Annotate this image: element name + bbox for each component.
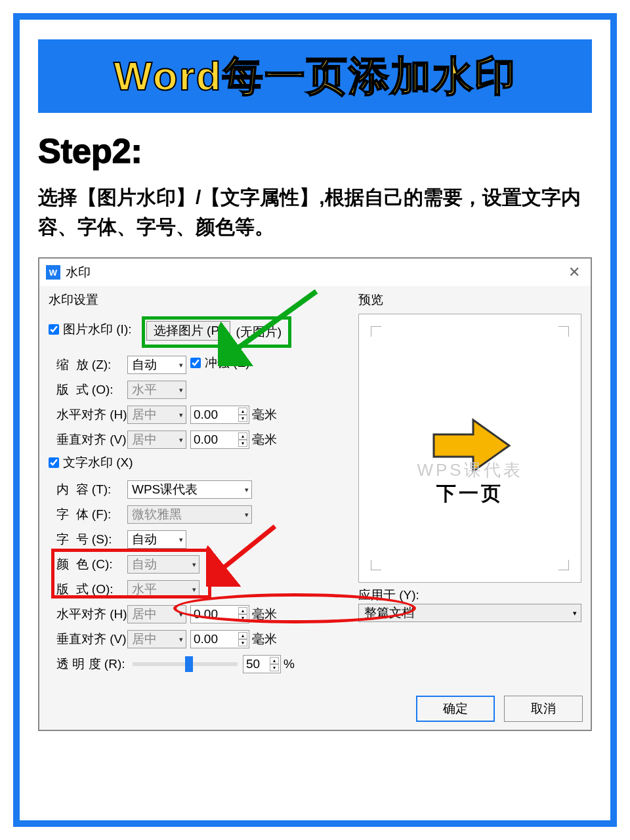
layout2-select[interactable]: 水平	[127, 580, 200, 598]
layout-select[interactable]: 水平	[127, 381, 186, 399]
preview-label: 预览	[358, 291, 581, 308]
no-picture-label: (无图片)	[230, 321, 287, 343]
picture-watermark-checkbox[interactable]: 图片水印 (I):	[49, 321, 132, 338]
apply-label: 应用于 (Y):	[358, 587, 419, 604]
step-description: 选择【图片水印】/【文字属性】,根据自己的需要，设置文字内容、字体、字号、颜色等…	[38, 182, 592, 242]
size-select[interactable]: 自动	[127, 530, 186, 549]
font-select[interactable]: 微软雅黑	[127, 505, 252, 524]
halign2-select[interactable]: 居中	[127, 605, 186, 623]
ok-button[interactable]: 确定	[416, 696, 495, 722]
cancel-button[interactable]: 取消	[504, 696, 583, 722]
opacity-spinner[interactable]: 50 ▴▾	[243, 655, 281, 673]
watermark-dialog: W 水印 ✕ 水印设置 图片水印 (I): 选择图片 (P) (无图片) 缩	[38, 257, 592, 731]
banner-title: Word每一页添加水印	[51, 49, 579, 104]
opacity-label: 透 明 度 (R):	[49, 656, 127, 673]
step-heading: Step2:	[38, 131, 592, 171]
dialog-title-bar: W 水印 ✕	[39, 259, 591, 286]
next-page-label: 下一页	[436, 480, 503, 507]
content-input[interactable]: WPS课代表	[127, 480, 252, 499]
layout2-label: 版 式 (O):	[49, 581, 127, 598]
scale-select[interactable]: 自动	[127, 356, 186, 374]
tutorial-banner: Word每一页添加水印	[38, 39, 592, 113]
group-label: 水印设置	[49, 291, 353, 308]
layout-label: 版 式 (O):	[49, 381, 127, 398]
highlight-green: 选择图片 (P) (无图片)	[142, 316, 291, 348]
size-label: 字 号 (S):	[49, 531, 127, 548]
halign-label: 水平对齐 (H):	[49, 406, 127, 423]
apply-select[interactable]: 整篇文档	[358, 604, 581, 622]
scale-label: 缩 放 (Z):	[49, 356, 127, 373]
unit-mm: 毫米	[252, 406, 277, 423]
washout-checkbox[interactable]: 冲蚀 (E)	[190, 354, 250, 371]
text-watermark-checkbox[interactable]: 文字水印 (X)	[49, 454, 133, 471]
app-icon: W	[46, 265, 60, 280]
valign2-select[interactable]: 居中	[127, 630, 186, 648]
opacity-slider[interactable]	[133, 662, 238, 666]
halign2-spinner[interactable]: 0.00 ▴▾	[190, 605, 249, 623]
halign-select[interactable]: 居中	[127, 406, 186, 424]
color-label: 颜 色 (C):	[49, 556, 127, 573]
font-label: 字 体 (F):	[49, 506, 127, 523]
dialog-title: 水印	[66, 264, 564, 281]
preview-pane: WPS课代表 下一页	[358, 314, 581, 583]
valign-select[interactable]: 居中	[127, 430, 186, 449]
close-icon[interactable]: ✕	[564, 264, 584, 281]
valign-spinner[interactable]: 0.00 ▴▾	[190, 430, 249, 449]
color-select[interactable]: 自动	[127, 555, 200, 574]
watermark-preview-text: WPS课代表	[417, 459, 522, 482]
valign2-label: 垂直对齐 (V):	[49, 631, 127, 648]
content-label: 内 容 (T):	[49, 481, 127, 498]
halign2-label: 水平对齐 (H):	[49, 606, 127, 623]
valign2-spinner[interactable]: 0.00 ▴▾	[190, 630, 249, 648]
select-picture-button[interactable]: 选择图片 (P)	[146, 321, 231, 341]
valign-label: 垂直对齐 (V):	[49, 431, 127, 448]
halign-spinner[interactable]: 0.00 ▴▾	[190, 406, 249, 424]
